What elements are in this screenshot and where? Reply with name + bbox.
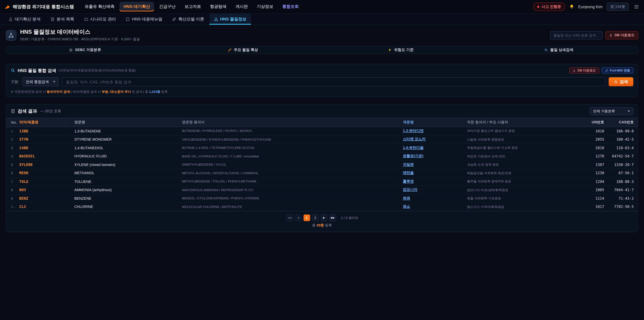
korean-name-link[interactable]: 1,4-부탄디올 <box>403 145 424 149</box>
english-name: HYDRAULIC FLUID <box>72 152 180 160</box>
ruler-icon <box>172 17 176 21</box>
korean-name-link[interactable]: 1,3-부타디엔 <box>403 129 424 133</box>
table-row[interactable]: 6 MEOH METHANOL METHYL ALCOHOL / WOOD AL… <box>6 169 638 177</box>
english-synonyms: METHYLBENZENE / TOLUOL / PHENYLMETHANE <box>180 177 400 186</box>
row-number: 1 <box>6 127 17 135</box>
fortmis-link-button[interactable]: Fort-MIS 연동 <box>602 68 633 74</box>
quicklink-risk-criteria[interactable]: 위험도 기준 <box>322 47 480 53</box>
quicklink-sebc-classification[interactable]: SEBC 거동분류 <box>6 47 164 53</box>
row-number: 7 <box>6 177 17 186</box>
korean-name-link[interactable]: 윤활유(기유) <box>403 154 423 158</box>
nav-item[interactable]: HNS·대기확산 <box>120 2 154 12</box>
tab-hns-substance-info[interactable]: HNS 물질정보 <box>210 14 251 25</box>
english-synonyms: VINYLBENZENE / ETHENYLBENZENE / PHENYLET… <box>180 135 400 144</box>
un-number: 1010 <box>583 127 606 135</box>
integrated-search-panel: HNS 물질 통합 검색 (국문명/약자/제품명/영문명/동의어/CAS/UN번… <box>6 64 638 98</box>
korean-name-link[interactable]: 톨루엔 <box>403 179 414 183</box>
korean-name-link[interactable]: 스티렌 모노머 <box>403 137 426 141</box>
english-name: XYLENE (mixed isomers) <box>72 160 180 169</box>
logout-button[interactable]: 로그아웃 <box>606 2 629 11</box>
korean-synonyms-usage: 톨루올·석유화학 용제/TDI 원료 <box>464 177 583 186</box>
english-name: TOLUENE <box>72 177 180 186</box>
table-row[interactable]: 10 CL2 CHLORINE MOLECULAR CHLORINE / BER… <box>6 203 638 211</box>
db-download-button[interactable]: DB 다운로드 <box>569 68 599 74</box>
table-row[interactable]: 7 TOLU TOLUENE METHYLBENZENE / TOLUOL / … <box>6 177 638 186</box>
row-number: 4 <box>6 152 17 160</box>
nav-item[interactable]: 통합조회 <box>278 2 303 12</box>
table-row[interactable]: 3 14BD 1,4-BUTANEDIOL BUTANE-1,4-DIOL / … <box>6 144 638 152</box>
english-name: CHLORINE <box>72 203 180 211</box>
note-segment: 총 <box>145 90 149 94</box>
next-page-button[interactable]: ▶ <box>321 214 327 221</box>
korean-name-link[interactable]: 벤젠 <box>403 196 410 200</box>
first-page-button[interactable]: ◀◀ <box>286 214 293 221</box>
column-header[interactable]: 영문명 <box>72 118 180 127</box>
column-header[interactable]: CAS번호 <box>606 118 638 127</box>
nav-item[interactable]: 보고자료 <box>180 2 205 12</box>
table-row[interactable]: 4 BASEOIL HYDRAULIC FLUID BASE OIL / HYD… <box>6 152 638 160</box>
hamburger-menu-icon[interactable] <box>633 3 640 10</box>
korean-name-link[interactable]: 메탄올 <box>403 171 414 175</box>
nav-item[interactable]: 항공탐색 <box>206 2 230 12</box>
column-header[interactable]: No. <box>6 118 17 127</box>
download-icon <box>572 69 576 72</box>
column-header[interactable]: UN번호 <box>583 118 606 127</box>
main-nav: 유출유 확산예측 HNS·대기확산 긴급구난 보고자료 항공탐색 게시판 기상정… <box>80 2 303 12</box>
korean-synonyms-usage: 메틸알코올·석유화학 원료/연료 <box>464 169 583 177</box>
un-number: 2055 <box>583 135 606 144</box>
nav-item[interactable]: 게시판 <box>232 2 252 12</box>
note-segment: 1,223종 <box>149 90 160 94</box>
tab-label: 분석 목록 <box>56 16 74 22</box>
row-number: 6 <box>6 169 17 177</box>
integrated-search-input[interactable] <box>62 77 606 86</box>
table-row[interactable]: 9 BENZ BENZENE BENZOL / CYCLOHEXATRIENE … <box>6 194 638 203</box>
english-synonyms: BENZOL / CYCLOHEXATRIENE / PHENYL HYDRID… <box>180 194 400 203</box>
column-header[interactable]: 국문명 <box>400 118 464 127</box>
nav-item[interactable]: 유출유 확산예측 <box>80 2 118 12</box>
table-row[interactable]: 8 NH3 AMMONIA (anhydrous) ANHYDROUS AMMO… <box>6 186 638 194</box>
user-name: Eunjeong Kim <box>578 4 602 9</box>
un-number: 1114 <box>583 194 606 203</box>
page-subtitle: SEBC 거동분류 · CHRIS/CAMEO DB · AEGL/ERPG/I… <box>20 37 140 42</box>
flask-icon <box>8 17 12 21</box>
header-db-download-button[interactable]: DB 다운로드 <box>606 31 638 39</box>
column-header[interactable]: 국문 동의어 / 주요 사용처 <box>464 118 583 127</box>
table-row[interactable]: 5 XYLENE XYLENE (mixed isomers) DIMETHYL… <box>6 160 638 169</box>
last-page-button[interactable]: ▶▶ <box>329 214 336 221</box>
nav-item[interactable]: 기상정보 <box>253 2 278 12</box>
abbr-product-code: BASEOIL <box>17 152 72 160</box>
page-number-button[interactable]: 2 <box>312 214 318 221</box>
korean-synonyms-usage: 스틸렌·석유화학 중합원료 <box>464 135 583 144</box>
korean-name-link[interactable]: 암모니아 <box>403 187 417 191</box>
quicklink-substance-detail-search[interactable]: 물질 상세검색 <box>480 47 638 53</box>
tab-label: HNS 물질정보 <box>220 16 246 22</box>
column-header[interactable]: 약자/제품명 <box>17 118 72 127</box>
cas-number: 110-63-4 <box>606 144 638 152</box>
table-row[interactable]: 2 STYN STYRENE MONOMER VINYLBENZENE / ET… <box>6 135 638 144</box>
abbr-product-code: TOLU <box>17 177 72 186</box>
tab-analysis-list[interactable]: 분석 목록 <box>46 14 79 25</box>
header-search-input[interactable] <box>550 31 602 39</box>
download-icon <box>609 33 613 37</box>
behavior-class-filter-select[interactable]: 전체 거동분류 <box>590 107 634 115</box>
table-row[interactable]: 1 13BD 1,3-BUTADIENE BUTADIENE / PYRROLE… <box>6 127 638 135</box>
incident-status-badge[interactable]: 사고 진행중 <box>533 2 565 11</box>
tab-scenario-management[interactable]: 시나리오 관리 <box>80 14 120 25</box>
search-category-select[interactable]: 전체 통합검색 <box>22 77 59 86</box>
tab-diffusion-model-theory[interactable]: 확산모델 이론 <box>168 14 209 25</box>
korean-name-link[interactable]: 염소 <box>403 204 410 208</box>
previous-page-button[interactable]: ◀ <box>295 214 301 221</box>
tab-atmospheric-analysis[interactable]: 대기확산 분석 <box>4 14 45 25</box>
notification-bell-icon[interactable] <box>569 4 574 9</box>
search-button[interactable]: 검색 <box>608 77 633 86</box>
lightning-icon <box>388 48 392 52</box>
quicklink-substance-properties[interactable]: 주요 물질 특성 <box>164 47 322 53</box>
nav-item[interactable]: 긴급구난 <box>155 2 180 12</box>
top-navbar: 해양환경 위기대응 통합시스템 유출유 확산예측 HNS·대기확산 긴급구난 보… <box>0 0 644 14</box>
page-number-button[interactable]: 1 <box>304 214 310 221</box>
tab-label: HNS 대응매뉴얼 <box>132 16 162 22</box>
column-header[interactable]: 영문명 동의어 <box>180 118 400 127</box>
tab-hns-response-manual[interactable]: HNS 대응매뉴얼 <box>121 14 167 25</box>
un-number: 1017 <box>583 203 606 211</box>
korean-name-link[interactable]: 자일렌 <box>403 162 414 166</box>
